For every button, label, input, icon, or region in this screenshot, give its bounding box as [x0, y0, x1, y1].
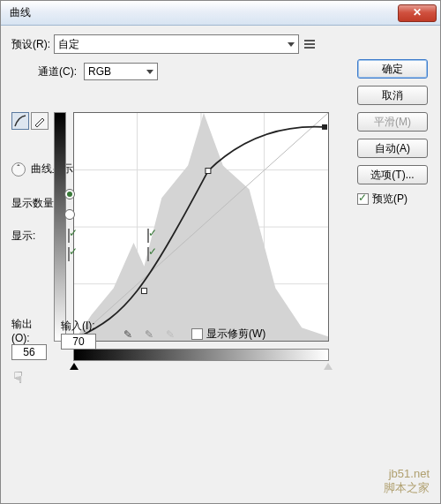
- titlebar[interactable]: 曲线 ✕: [1, 1, 440, 26]
- section-toggle-button[interactable]: ˆ: [11, 162, 26, 177]
- show-clipping-label: 显示修剪(W): [206, 327, 265, 342]
- white-eyedropper-icon[interactable]: ✎: [163, 327, 177, 342]
- pencil-tool-button[interactable]: [31, 112, 49, 130]
- input-label: 输入(I):: [61, 319, 96, 334]
- svg-rect-9: [206, 169, 211, 174]
- hand-icon[interactable]: ☟: [13, 368, 23, 387]
- pigment-radio[interactable]: [64, 209, 75, 220]
- histogram-checkbox[interactable]: [68, 247, 70, 261]
- black-point-slider[interactable]: [70, 363, 78, 370]
- close-button[interactable]: ✕: [398, 4, 437, 22]
- black-eyedropper-icon[interactable]: ✎: [121, 327, 135, 342]
- baseline-checkbox[interactable]: [147, 229, 149, 243]
- preview-checkbox[interactable]: [357, 193, 369, 205]
- preset-select[interactable]: 自定: [54, 34, 299, 54]
- white-point-slider[interactable]: [324, 363, 333, 370]
- ok-button[interactable]: 确定: [357, 59, 428, 79]
- cancel-button[interactable]: 取消: [357, 86, 428, 105]
- smooth-button: 平滑(M): [357, 112, 428, 132]
- curve-tool-button[interactable]: [11, 112, 29, 130]
- watermark: jb51.net 脚本之家: [384, 467, 430, 496]
- chevron-down-icon: [288, 42, 295, 47]
- light-radio[interactable]: [64, 189, 75, 199]
- channel-value: RGB: [88, 65, 111, 78]
- gray-eyedropper-icon[interactable]: ✎: [142, 327, 156, 342]
- channel-label: 通道(C):: [38, 64, 77, 79]
- svg-rect-8: [141, 289, 146, 294]
- intersection-checkbox[interactable]: [147, 247, 149, 261]
- svg-rect-10: [322, 124, 327, 130]
- output-input[interactable]: 56: [11, 344, 47, 360]
- preview-label: 预览(P): [372, 192, 407, 207]
- input-input[interactable]: 70: [61, 334, 96, 350]
- output-label: 输出(O):: [11, 317, 50, 344]
- dialog-title: 曲线: [4, 5, 398, 20]
- options-button[interactable]: 选项(T)...: [357, 165, 428, 184]
- preset-value: 自定: [58, 37, 79, 52]
- output-gradient: [54, 112, 66, 342]
- preset-menu-icon[interactable]: [304, 38, 320, 50]
- show-clipping-checkbox[interactable]: [191, 328, 203, 340]
- curves-dialog: 曲线 ✕ 预设(R): 自定 通道(C): RGB: [0, 0, 441, 504]
- curve-graph[interactable]: [73, 112, 329, 342]
- overlay-checkbox[interactable]: [68, 229, 70, 243]
- chevron-down-icon: [146, 70, 153, 74]
- input-gradient: [73, 349, 329, 361]
- auto-button[interactable]: 自动(A): [357, 139, 428, 158]
- channel-select[interactable]: RGB: [84, 63, 158, 80]
- preset-label: 预设(R):: [11, 37, 50, 52]
